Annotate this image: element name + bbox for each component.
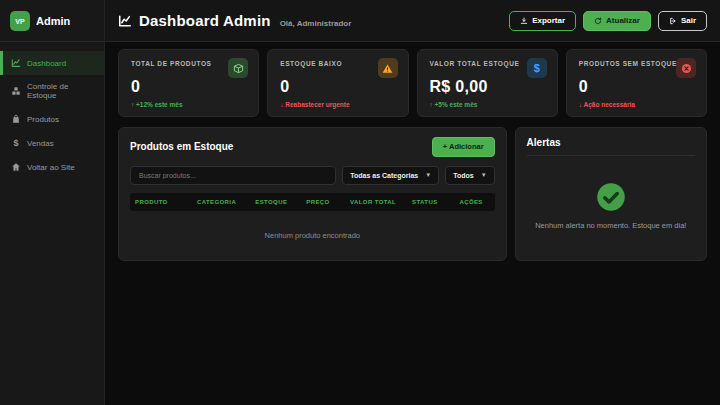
sidebar-item-label: Produtos [27, 115, 59, 124]
boxes-icon [11, 86, 21, 96]
stat-card-total-produtos: TOTAL DE PRODUTOS 0 ↑ +12% este mês [118, 49, 259, 117]
products-panel-header: Produtos em Estoque + Adicionar [130, 137, 495, 157]
stat-footer: ↑ +12% este mês [131, 101, 246, 108]
sidebar-item-label: Controle de Estoque [27, 82, 95, 100]
sidebar-item-controle-de-estoque[interactable]: Controle de Estoque [0, 75, 104, 107]
col-produto: PRODUTO [130, 193, 192, 211]
stat-footer: ↓ Reabastecer urgente [280, 101, 395, 108]
products-panel: Produtos em Estoque + Adicionar Todas as… [118, 127, 507, 261]
empty-state-row: Nenhum produto encontrado [130, 211, 495, 244]
download-icon [520, 17, 528, 25]
shopping-bag-icon [11, 114, 21, 124]
main-area: Dashboard Admin Olá, Administrador Expor… [105, 0, 720, 405]
chart-line-icon [118, 14, 132, 28]
sidebar-item-label: Dashboard [27, 59, 66, 68]
col-estoque: ESTOQUE [250, 193, 301, 211]
chart-line-icon [11, 58, 21, 68]
export-button[interactable]: Exportar [509, 11, 576, 31]
header-bar: Dashboard Admin Olá, Administrador Expor… [105, 0, 720, 42]
logout-button[interactable]: Sair [658, 11, 707, 31]
sidebar-item-vendas[interactable]: $ Vendas [0, 131, 104, 155]
product-filters: Todas as Categorias ▼ Todos ▼ [130, 166, 495, 185]
chevron-down-icon: ▼ [481, 172, 487, 178]
col-categoria: CATEGORIA [192, 193, 250, 211]
home-icon [11, 162, 21, 172]
col-valor-total: VALOR TOTAL [345, 193, 407, 211]
refresh-icon [594, 17, 602, 25]
add-product-button[interactable]: + Adicionar [432, 137, 495, 157]
alerts-empty-state: Nenhum alerta no momento. Estoque em dia… [527, 156, 695, 230]
sidebar-item-label: Vendas [27, 139, 54, 148]
status-filter-select[interactable]: Todos ▼ [445, 166, 494, 185]
panels-row: Produtos em Estoque + Adicionar Todas as… [118, 127, 707, 261]
stat-card-valor-total: VALOR TOTAL ESTOQUE $ R$ 0,00 ↑ +5% este… [417, 49, 558, 117]
products-panel-title: Produtos em Estoque [130, 141, 233, 152]
col-status: STATUS [407, 193, 454, 211]
alerts-empty-message: Nenhum alerta no momento. Estoque em dia… [535, 221, 686, 230]
page-title: Dashboard Admin [139, 12, 271, 29]
sidebar-item-produtos[interactable]: Produtos [0, 107, 104, 131]
logout-icon [669, 17, 677, 25]
alerts-panel-title: Alertas [527, 137, 561, 148]
app-name: Admin [36, 15, 70, 27]
logo-badge: VP [10, 11, 30, 31]
stat-card-sem-estoque: PRODUTOS SEM ESTOQUE 0 ↓ Ação necessária [566, 49, 707, 117]
status-filter-value: Todos [453, 172, 473, 179]
chevron-down-icon: ▼ [425, 172, 431, 178]
app-logo: VP Admin [0, 9, 104, 42]
dollar-icon: $ [11, 138, 21, 148]
search-input[interactable] [130, 166, 336, 185]
sidebar: VP Admin Dashboard Controle de Estoque P… [0, 0, 105, 405]
page-title-group: Dashboard Admin [118, 12, 271, 29]
stat-value: 0 [131, 78, 246, 96]
user-greeting: Olá, Administrador [280, 19, 352, 28]
header-actions: Exportar Atualizar Sair [509, 11, 707, 31]
stat-footer: ↑ +5% este mês [430, 101, 545, 108]
products-table: PRODUTO CATEGORIA ESTOQUE PREÇO VALOR TO… [130, 193, 495, 244]
category-filter-select[interactable]: Todas as Categorias ▼ [342, 166, 439, 185]
stat-card-estoque-baixo: ESTOQUE BAIXO 0 ↓ Reabastecer urgente [267, 49, 408, 117]
warning-triangle-icon [378, 58, 398, 78]
sidebar-item-label: Voltar ao Site [27, 163, 75, 172]
col-acoes: AÇÕES [454, 193, 494, 211]
sidebar-item-dashboard[interactable]: Dashboard [0, 51, 104, 75]
content-area: TOTAL DE PRODUTOS 0 ↑ +12% este mês ESTO… [105, 42, 720, 405]
refresh-button[interactable]: Atualizar [583, 11, 651, 31]
stat-value: 0 [280, 78, 395, 96]
alerts-panel: Alertas Nenhum alerta no momento. Estoqu… [515, 127, 707, 261]
stat-footer: ↓ Ação necessária [579, 101, 694, 108]
circle-x-icon [676, 58, 696, 78]
empty-state-message: Nenhum produto encontrado [130, 211, 495, 244]
dollar-icon: $ [527, 58, 547, 78]
category-filter-value: Todas as Categorias [350, 172, 418, 179]
check-circle-icon [596, 182, 626, 212]
stat-value: R$ 0,00 [430, 78, 545, 96]
box-icon [228, 58, 248, 78]
table-header-row: PRODUTO CATEGORIA ESTOQUE PREÇO VALOR TO… [130, 193, 495, 211]
col-preco: PREÇO [301, 193, 345, 211]
sidebar-item-voltar-ao-site[interactable]: Voltar ao Site [0, 155, 104, 179]
stats-row: TOTAL DE PRODUTOS 0 ↑ +12% este mês ESTO… [118, 49, 707, 117]
stat-value: 0 [579, 78, 694, 96]
alerts-panel-header: Alertas [527, 137, 695, 156]
